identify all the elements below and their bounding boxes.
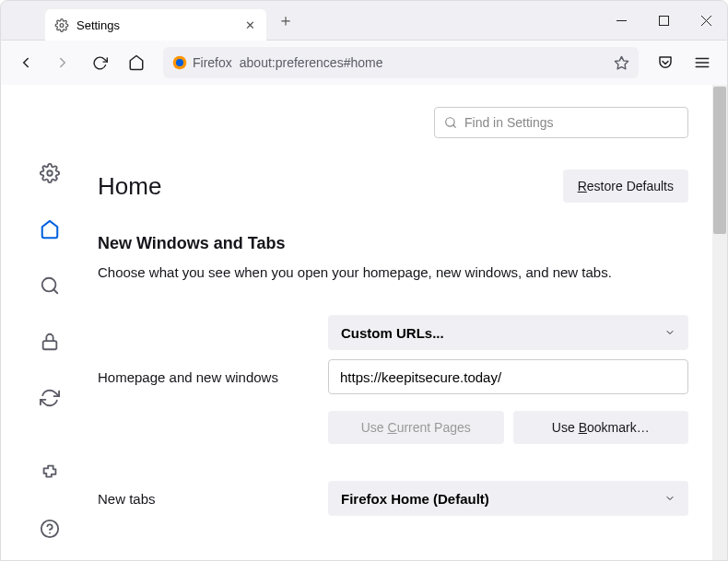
url-identity-label: Firefox — [193, 55, 232, 70]
bookmark-star-icon[interactable] — [614, 55, 629, 71]
section-heading: New Windows and Tabs — [98, 234, 688, 253]
settings-sidebar — [1, 85, 98, 560]
svg-line-13 — [53, 289, 57, 293]
window-titlebar: Settings ✕ ＋ — [0, 0, 728, 41]
page-title: Home — [98, 172, 563, 201]
back-button[interactable] — [10, 47, 41, 78]
tab-title: Settings — [76, 18, 235, 32]
window-controls — [600, 0, 727, 41]
homepage-label: Homepage and new windows — [98, 369, 328, 385]
svg-point-0 — [60, 23, 64, 27]
url-text: about:preferences#home — [240, 55, 383, 70]
homepage-mode-select[interactable]: Custom URLs... — [328, 315, 688, 350]
home-icon — [40, 219, 60, 240]
nav-general[interactable] — [30, 155, 69, 193]
chevron-down-icon — [664, 327, 675, 338]
homepage-url-input[interactable] — [328, 359, 688, 394]
gear-icon — [54, 18, 69, 32]
nav-sync[interactable] — [30, 379, 69, 416]
nav-home[interactable] — [30, 211, 69, 249]
nav-extensions[interactable] — [30, 453, 69, 491]
newtabs-mode-select[interactable]: Firefox Home (Default) — [328, 481, 688, 516]
scrollbar-thumb[interactable] — [713, 87, 726, 234]
puzzle-icon — [40, 462, 60, 483]
save-to-pocket-button[interactable] — [650, 47, 681, 78]
nav-privacy[interactable] — [30, 323, 69, 361]
forward-button — [47, 47, 78, 78]
scrollbar[interactable] — [712, 85, 727, 560]
svg-line-18 — [453, 125, 456, 128]
app-menu-button[interactable] — [687, 47, 718, 78]
close-window-button[interactable] — [685, 0, 727, 41]
svg-point-6 — [176, 59, 183, 66]
nav-help[interactable] — [30, 509, 69, 547]
select-value: Firefox Home (Default) — [341, 491, 489, 507]
search-icon — [40, 275, 60, 296]
gear-icon — [40, 163, 60, 183]
select-value: Custom URLs... — [341, 325, 444, 341]
home-button[interactable] — [121, 47, 152, 78]
close-tab-icon[interactable]: ✕ — [242, 18, 257, 32]
settings-main: Find in Settings Home Restore Defaults N… — [98, 85, 712, 560]
browser-toolbar: Firefox about:preferences#home — [0, 41, 728, 85]
svg-marker-7 — [615, 56, 628, 68]
browser-tab[interactable]: Settings ✕ — [45, 9, 266, 41]
sync-icon — [40, 388, 60, 408]
use-bookmark-button[interactable]: Use Bookmark… — [513, 411, 689, 444]
maximize-button[interactable] — [642, 0, 685, 41]
lock-icon — [40, 332, 60, 352]
newtabs-label: New tabs — [98, 491, 328, 507]
use-current-pages-button: Use Current Pages — [328, 411, 504, 444]
search-icon — [444, 116, 457, 129]
site-identity[interactable]: Firefox — [172, 55, 232, 70]
url-bar[interactable]: Firefox about:preferences#home — [163, 47, 639, 78]
reload-button[interactable] — [84, 47, 115, 78]
nav-search[interactable] — [30, 267, 69, 305]
svg-point-11 — [47, 171, 53, 177]
new-tab-button[interactable]: ＋ — [272, 6, 299, 34]
settings-search-input[interactable]: Find in Settings — [434, 107, 688, 138]
svg-rect-14 — [42, 341, 56, 349]
firefox-icon — [172, 55, 187, 70]
minimize-button[interactable] — [600, 0, 642, 41]
section-description: Choose what you see when you open your h… — [98, 263, 688, 282]
restore-defaults-button[interactable]: Restore Defaults — [563, 169, 688, 203]
search-placeholder: Find in Settings — [464, 115, 554, 130]
svg-rect-2 — [659, 16, 668, 25]
chevron-down-icon — [664, 493, 675, 504]
help-icon — [40, 519, 60, 539]
